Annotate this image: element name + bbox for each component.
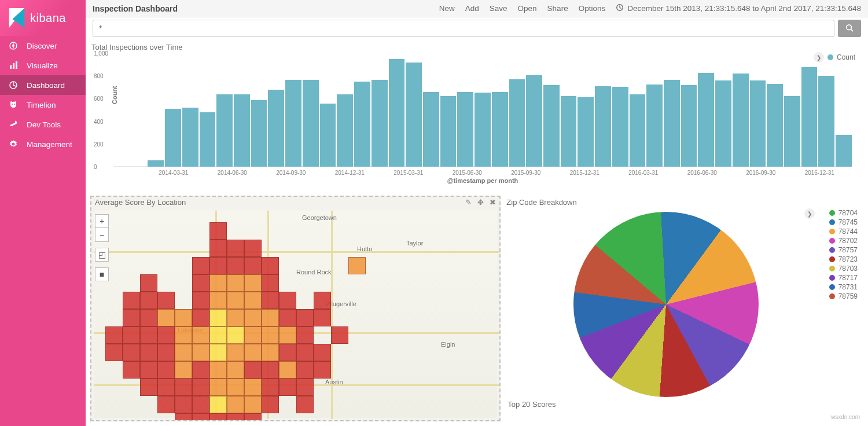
heat-cell[interactable] xyxy=(192,361,209,379)
pie-legend-collapse-icon[interactable]: ❯ xyxy=(804,208,815,219)
bar[interactable] xyxy=(526,75,542,167)
bar[interactable] xyxy=(595,86,611,167)
search-input[interactable] xyxy=(93,20,834,37)
heat-cell[interactable] xyxy=(209,396,227,413)
heat-cell[interactable] xyxy=(279,379,296,396)
heat-cell[interactable] xyxy=(227,257,244,274)
heat-cell[interactable] xyxy=(209,344,227,361)
time-picker[interactable]: December 15th 2013, 21:33:15.648 to Apri… xyxy=(616,3,861,13)
heat-cell[interactable] xyxy=(157,292,175,309)
heat-cell[interactable] xyxy=(296,309,314,326)
bar[interactable] xyxy=(715,80,731,167)
heat-cell[interactable] xyxy=(175,413,192,421)
heat-cell[interactable] xyxy=(314,292,331,309)
heat-cell[interactable] xyxy=(331,326,348,344)
heat-cell[interactable] xyxy=(192,396,209,413)
bar[interactable] xyxy=(216,94,233,167)
heat-cell[interactable] xyxy=(279,292,296,309)
pie-legend-item[interactable]: 78744 xyxy=(829,227,858,236)
heat-cell[interactable] xyxy=(227,240,244,257)
heat-cell[interactable] xyxy=(209,326,227,344)
heat-cell[interactable] xyxy=(175,396,192,413)
heat-cell[interactable] xyxy=(192,292,209,309)
heat-cell[interactable] xyxy=(209,361,227,379)
heat-cell[interactable] xyxy=(262,344,279,361)
bar[interactable] xyxy=(182,108,198,167)
heat-cell[interactable] xyxy=(244,379,262,396)
heat-cell[interactable] xyxy=(314,344,331,361)
heat-cell[interactable] xyxy=(209,274,227,292)
heat-cell[interactable] xyxy=(105,344,123,361)
heat-cell[interactable] xyxy=(192,326,209,344)
zoom-in-button[interactable]: + xyxy=(95,214,109,228)
heat-cell[interactable] xyxy=(296,326,314,344)
options-action[interactable]: Options xyxy=(579,4,606,13)
heat-cell[interactable] xyxy=(262,361,279,379)
heat-cell[interactable] xyxy=(227,292,244,309)
pie-legend-item[interactable]: 78745 xyxy=(829,218,858,227)
heat-cell[interactable] xyxy=(140,309,157,326)
bar[interactable] xyxy=(509,79,525,167)
bar[interactable] xyxy=(612,87,628,167)
heat-cell[interactable] xyxy=(157,309,175,326)
pie-legend-item[interactable]: 78703 xyxy=(829,264,858,273)
bar[interactable] xyxy=(561,96,577,167)
heat-cell[interactable] xyxy=(279,309,296,326)
heat-cell[interactable] xyxy=(157,344,175,361)
bar[interactable] xyxy=(303,80,319,167)
sidebar-item-dashboard[interactable]: Dashboard xyxy=(0,75,86,95)
heat-cell[interactable] xyxy=(244,257,262,274)
heat-cell[interactable] xyxy=(209,257,227,274)
heat-cell[interactable] xyxy=(123,292,140,309)
close-icon[interactable]: ✖ xyxy=(490,198,496,207)
heat-cell[interactable] xyxy=(227,309,244,326)
bar[interactable] xyxy=(423,92,439,167)
pie-legend-item[interactable]: 78731 xyxy=(829,282,858,292)
bar[interactable] xyxy=(285,80,301,167)
bar[interactable] xyxy=(801,67,818,167)
bar[interactable] xyxy=(406,63,422,167)
bar[interactable] xyxy=(818,76,834,167)
pie-legend-item[interactable]: 78704 xyxy=(829,208,858,218)
heat-cell[interactable] xyxy=(314,361,331,379)
bar[interactable] xyxy=(354,82,370,167)
bar[interactable] xyxy=(646,85,663,167)
bar[interactable] xyxy=(457,92,473,167)
bar[interactable] xyxy=(664,80,680,167)
heat-cell[interactable] xyxy=(209,240,227,257)
pie-legend-item[interactable]: 78717 xyxy=(829,273,858,282)
bar[interactable] xyxy=(750,80,766,167)
bar[interactable] xyxy=(389,59,405,167)
heat-cell[interactable] xyxy=(227,344,244,361)
heat-cell[interactable] xyxy=(105,326,123,344)
bar[interactable] xyxy=(475,93,491,167)
heat-cell[interactable] xyxy=(192,257,209,274)
heat-cell[interactable] xyxy=(244,326,262,344)
pie-legend-item[interactable]: 78757 xyxy=(829,245,858,255)
heat-cell[interactable] xyxy=(175,309,192,326)
heat-cell[interactable] xyxy=(262,379,279,396)
heat-cell[interactable] xyxy=(123,309,140,326)
heat-cell[interactable] xyxy=(140,344,157,361)
bar[interactable] xyxy=(148,160,164,167)
heat-cell[interactable] xyxy=(209,222,227,240)
pie-legend-item[interactable]: 78759 xyxy=(829,292,858,301)
heat-cell[interactable] xyxy=(244,309,262,326)
open-action[interactable]: Open xyxy=(518,4,537,13)
bar[interactable] xyxy=(681,85,697,167)
save-action[interactable]: Save xyxy=(490,4,507,13)
pie-legend-item[interactable]: 78702 xyxy=(829,236,858,245)
heat-cell[interactable] xyxy=(157,396,175,413)
heat-cell[interactable] xyxy=(209,379,227,396)
heat-cell[interactable] xyxy=(140,361,157,379)
heat-cell[interactable] xyxy=(227,396,244,413)
map-crop-button[interactable]: ◰ xyxy=(95,248,109,262)
heat-cell[interactable] xyxy=(262,309,279,326)
bar[interactable] xyxy=(268,90,284,167)
edit-icon[interactable]: ✎ xyxy=(465,198,472,207)
map-surface[interactable]: GeorgetownRound RockHuttoTaylorPflugervi… xyxy=(94,211,497,418)
heat-cell[interactable] xyxy=(123,344,140,361)
heat-cell[interactable] xyxy=(262,274,279,292)
sidebar-item-timelion[interactable]: Timelion xyxy=(0,95,86,115)
heat-cell[interactable] xyxy=(140,326,157,344)
